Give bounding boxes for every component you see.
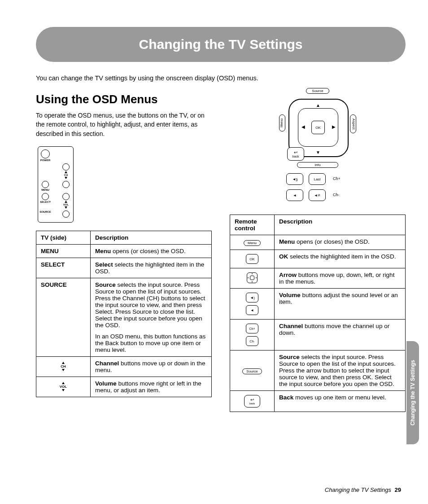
- channel-buttons-icon: Ch+ Ch-: [232, 323, 272, 346]
- source-button-icon: Source: [242, 368, 262, 374]
- volume-buttons-icon: ): [232, 292, 272, 316]
- table-row: MENU Menu opens (or closes) the OSD.: [36, 244, 212, 258]
- arrow-pad-icon: [247, 272, 258, 283]
- menu-button-icon: Menu: [244, 240, 261, 246]
- table-row: Source Source selects the input source. …: [230, 351, 406, 391]
- tv-side-panel-diagram: POWER CH MENU SELECT VOL SOURCE: [38, 146, 74, 223]
- volume-loud-icon: )): [286, 173, 303, 185]
- page-footer: Changing the TV Settings 29: [325, 486, 401, 493]
- th-remote: Remote control: [230, 215, 275, 235]
- table-row: CH Channel buttons move up or down in th…: [36, 356, 212, 377]
- table-row: Arrow buttons move up, down, left, or ri…: [230, 268, 406, 289]
- table-row: Menu Menu opens (or closes) the OSD.: [230, 235, 406, 250]
- table-row: VOL Volume buttons move right or left in…: [36, 377, 212, 397]
- table-header-row: TV (side) Description: [36, 231, 212, 244]
- channel-up-down-icon: CH: [38, 362, 88, 371]
- page-banner: Changing the TV Settings: [36, 27, 406, 62]
- table-row: SELECT Select selects the highlighted it…: [36, 258, 212, 278]
- table-header-row: Remote control Description: [230, 215, 406, 235]
- osd-paragraph: To operate the OSD menus, use the button…: [36, 111, 212, 138]
- table-row: OK OK selects the highlighted item in th…: [230, 250, 406, 268]
- volume-up-down-icon: VOL: [38, 382, 88, 391]
- section-side-tab: Changing the TV Settings: [406, 341, 419, 444]
- table-row: ) Volume buttons adjust the sound level …: [230, 289, 406, 320]
- tv-side-table: TV (side) Description MENU Menu opens (o…: [36, 231, 212, 397]
- th-description: Description: [275, 215, 406, 235]
- th-description: Description: [91, 231, 212, 244]
- table-row: SOURCE Source selects the input source. …: [36, 278, 212, 356]
- page-number: 29: [395, 486, 401, 493]
- section-heading: Using the OSD Menus: [36, 92, 212, 106]
- table-row: ↩ back Back moves up one item or menu le…: [230, 391, 406, 412]
- remote-control-table: Remote control Description Menu Menu ope…: [230, 215, 406, 412]
- th-tv-side: TV (side): [36, 231, 91, 244]
- remote-control-diagram: Source Menu Aspect OK ▲ ▼ ◀ ▶ ↩back Info…: [277, 88, 358, 201]
- back-button-icon: ↩ back: [244, 395, 260, 408]
- table-row: Ch+ Ch- Channel buttons move the channel…: [230, 320, 406, 351]
- intro-text: You can change the TV settings by using …: [36, 75, 406, 82]
- mute-icon: ⊘: [309, 189, 326, 201]
- volume-low-icon: [286, 189, 303, 201]
- ok-button-icon: OK: [246, 254, 258, 264]
